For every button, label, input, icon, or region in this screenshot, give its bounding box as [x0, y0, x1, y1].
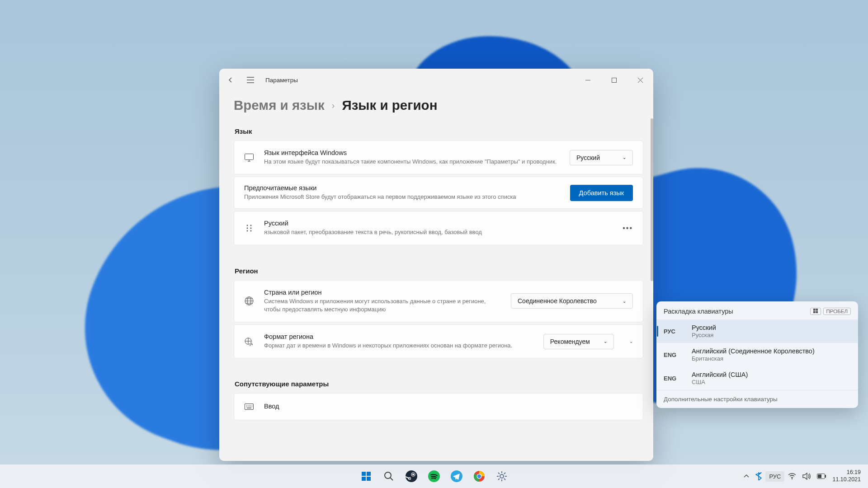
telegram-icon[interactable]	[447, 467, 466, 486]
svg-rect-16	[816, 311, 818, 314]
chevron-down-icon: ⌄	[623, 299, 626, 304]
card-country-region: Страна или регион Система Windows и прил…	[234, 280, 643, 322]
card-title: Формат региона	[264, 333, 533, 340]
svg-rect-1	[245, 154, 254, 160]
titlebar: Параметры	[219, 69, 653, 91]
space-key: ПРОБЕЛ	[823, 308, 851, 315]
svg-point-5	[250, 228, 252, 229]
section-heading-related: Сопутствующие параметры	[235, 380, 643, 388]
hamburger-menu-icon[interactable]	[245, 75, 255, 85]
country-dropdown[interactable]: Соединенное Королевство ⌄	[511, 293, 633, 309]
breadcrumb-current: Язык и регион	[342, 98, 437, 113]
battery-icon[interactable]	[814, 472, 829, 481]
kbd-layout-sub: Британская	[692, 355, 815, 362]
kbd-code: РУС	[664, 328, 682, 335]
maximize-button[interactable]	[601, 70, 627, 89]
kbd-code: ENG	[664, 375, 682, 382]
minimize-button[interactable]	[575, 70, 601, 89]
svg-rect-36	[818, 474, 821, 478]
keyboard-icon	[244, 402, 254, 412]
svg-rect-19	[362, 477, 366, 481]
section-heading-region: Регион	[235, 267, 643, 275]
card-title: Страна или регион	[264, 289, 501, 296]
dropdown-value: Рекомендуем	[550, 338, 590, 345]
kbd-layout-item[interactable]: РУСРусскийРусская	[656, 319, 858, 343]
expand-chevron-icon[interactable]: ⌄	[629, 339, 633, 344]
svg-point-4	[247, 228, 248, 229]
tray-time: 16:19	[832, 469, 861, 476]
tray-language-indicator[interactable]: РУС	[765, 471, 784, 482]
dropdown-value: Русский	[576, 154, 600, 161]
scrollbar[interactable]	[651, 118, 653, 281]
drag-handle-icon[interactable]	[244, 223, 254, 233]
card-title: Ввод	[264, 403, 633, 410]
more-options-button[interactable]: •••	[623, 224, 633, 232]
steam-icon[interactable]	[402, 467, 421, 486]
back-button[interactable]	[226, 75, 236, 85]
tray-overflow-button[interactable]	[741, 472, 752, 480]
language-features: языковой пакет, преобразование текста в …	[264, 228, 613, 236]
chrome-icon[interactable]	[470, 467, 489, 486]
add-language-button[interactable]: Добавить язык	[570, 185, 633, 201]
language-name: Русский	[264, 220, 613, 227]
kbd-layout-sub: США	[692, 379, 748, 385]
kbd-popup-title: Раскладка клавиатуры	[664, 308, 733, 315]
kbd-layout-item[interactable]: ENGАнглийский (Соединенное Королевство)Б…	[656, 343, 858, 366]
wifi-icon[interactable]	[785, 471, 799, 481]
svg-rect-0	[612, 78, 616, 82]
keyboard-layout-popup: Раскладка клавиатуры ПРОБЕЛ РУСРусскийРу…	[656, 301, 858, 408]
chevron-down-icon: ⌄	[604, 339, 607, 344]
settings-window: Параметры Время и язык › Язык и регион Я…	[219, 69, 653, 461]
breadcrumb-parent[interactable]: Время и язык	[234, 98, 325, 113]
svg-point-21	[385, 472, 391, 479]
content-area: Язык Язык интерфейса Windows На этом язы…	[219, 118, 653, 461]
card-language-item[interactable]: Русский языковой пакет, преобразование т…	[234, 211, 643, 245]
svg-rect-18	[367, 472, 371, 476]
card-desc: На этом языке будут показываться такие к…	[264, 158, 560, 166]
card-title: Язык интерфейса Windows	[264, 149, 560, 156]
svg-text:A: A	[250, 342, 253, 346]
card-input[interactable]: Ввод	[234, 393, 643, 420]
kbd-lang-name: Английский (США)	[692, 371, 748, 378]
chevron-right-icon: ›	[332, 100, 335, 111]
svg-point-7	[250, 230, 252, 232]
window-title: Параметры	[265, 77, 298, 84]
spotify-icon[interactable]	[425, 467, 443, 486]
svg-rect-20	[367, 477, 371, 481]
svg-point-2	[247, 225, 248, 226]
kbd-code: ENG	[664, 352, 682, 358]
win-key-icon	[810, 308, 821, 315]
svg-rect-35	[825, 475, 826, 478]
svg-point-6	[247, 230, 248, 232]
search-button[interactable]	[379, 467, 398, 486]
svg-rect-17	[362, 472, 366, 476]
globe-icon	[244, 296, 254, 306]
tray-clock[interactable]: 16:19 11.10.2021	[830, 469, 863, 483]
kbd-shortcut: ПРОБЕЛ	[810, 308, 851, 315]
svg-point-3	[250, 225, 252, 226]
chevron-down-icon: ⌄	[623, 155, 626, 160]
dropdown-value: Соединенное Королевство	[518, 297, 597, 305]
card-display-language: Язык интерфейса Windows На этом языке бу…	[234, 141, 643, 174]
svg-point-32	[500, 474, 504, 478]
close-button[interactable]	[627, 70, 653, 89]
kbd-layout-item[interactable]: ENGАнглийский (США)США	[656, 366, 858, 390]
card-desc: Приложения Microsoft Store будут отображ…	[244, 193, 570, 201]
regional-format-dropdown[interactable]: Рекомендуем ⌄	[543, 334, 614, 349]
card-regional-format[interactable]: A Формат региона Формат дат и времени в …	[234, 324, 643, 358]
kbd-layout-sub: Русская	[692, 332, 716, 338]
start-button[interactable]	[357, 467, 376, 486]
card-desc: Формат дат и времени в Windows и некотор…	[264, 342, 533, 350]
display-language-dropdown[interactable]: Русский ⌄	[570, 150, 633, 165]
card-title: Предпочитаемые языки	[244, 184, 570, 192]
globe-text-icon: A	[244, 337, 254, 347]
svg-point-31	[477, 474, 481, 478]
svg-rect-13	[813, 309, 816, 311]
kbd-more-settings-link[interactable]: Дополнительные настройки клавиатуры	[656, 390, 858, 408]
volume-icon[interactable]	[800, 471, 813, 482]
card-desc: Система Windows и приложения могут испол…	[264, 297, 501, 314]
bluetooth-icon[interactable]	[753, 470, 764, 482]
svg-point-33	[792, 478, 793, 479]
settings-taskbar-icon[interactable]	[492, 467, 511, 486]
tray-date: 11.10.2021	[832, 476, 861, 483]
